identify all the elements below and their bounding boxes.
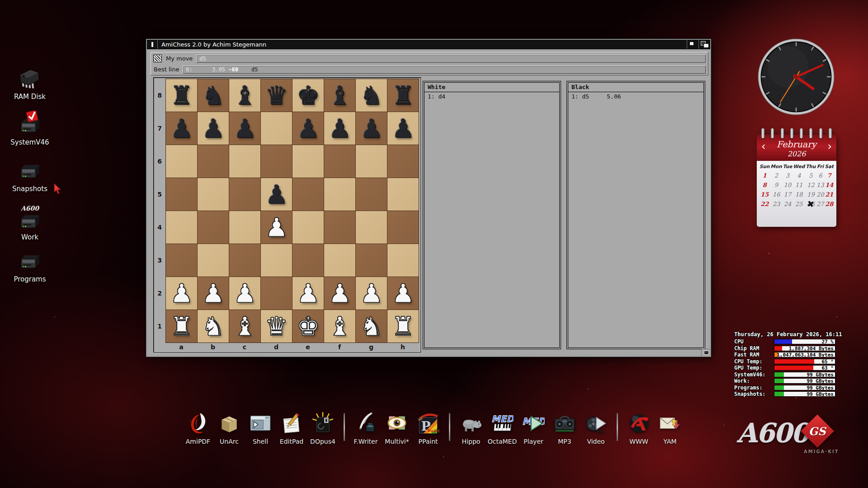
- square-c4[interactable]: [229, 211, 260, 244]
- square-c8[interactable]: ♝: [229, 79, 260, 112]
- square-b5[interactable]: [198, 178, 229, 211]
- square-e8[interactable]: ♚: [292, 79, 324, 112]
- square-a1[interactable]: ♜: [166, 310, 197, 343]
- square-b7[interactable]: ♟: [198, 112, 229, 145]
- square-a4[interactable]: [166, 211, 197, 244]
- dock-item-hippo[interactable]: Hippo: [458, 412, 484, 445]
- dock-item-editpad[interactable]: EditPad: [278, 412, 305, 445]
- square-f6[interactable]: [324, 145, 355, 178]
- my-move-field[interactable]: d5: [196, 55, 706, 63]
- monitor-bar: 65 °: [774, 359, 835, 364]
- square-h7[interactable]: ♟: [387, 112, 419, 145]
- dock-item-ppaint[interactable]: PPaintPPaint: [415, 412, 441, 445]
- desktop-icon-programs[interactable]: Programs: [14, 252, 46, 283]
- dock-item-octamed[interactable]: MEDOctaMED: [489, 412, 515, 445]
- dock-item-multivi[interactable]: Multivi*: [384, 412, 410, 445]
- square-f1[interactable]: ♝: [324, 310, 355, 343]
- square-b1[interactable]: ♞: [198, 310, 229, 343]
- dock-item-shell[interactable]: Shell: [247, 412, 274, 445]
- square-b4[interactable]: [198, 211, 229, 244]
- monitor-bar: 99 GBytes: [774, 372, 835, 377]
- calendar-prev-button[interactable]: ‹: [761, 141, 766, 152]
- square-b6[interactable]: [198, 145, 229, 178]
- square-g5[interactable]: [356, 178, 387, 211]
- square-a3[interactable]: [166, 244, 197, 277]
- square-g7[interactable]: ♟: [356, 112, 387, 145]
- square-c6[interactable]: [229, 145, 260, 178]
- dock-item-dopus4[interactable]: DOpus4: [310, 412, 336, 445]
- window-zoom-gadget[interactable]: [687, 40, 698, 49]
- dock-item-fwriter[interactable]: F.Writer: [353, 412, 379, 445]
- calendar-next-button[interactable]: ›: [827, 141, 832, 152]
- square-c5[interactable]: [229, 178, 260, 211]
- square-a8[interactable]: ♜: [166, 79, 197, 112]
- square-g1[interactable]: ♞: [356, 310, 387, 343]
- square-d2[interactable]: [261, 277, 292, 310]
- square-f8[interactable]: ♝: [324, 79, 355, 112]
- square-h3[interactable]: [387, 244, 419, 277]
- dock-item-yam[interactable]: YAM: [657, 412, 683, 445]
- dock-item-unarc[interactable]: UnArc: [216, 412, 242, 445]
- square-a2[interactable]: ♟: [166, 277, 197, 310]
- square-c1[interactable]: ♝: [229, 310, 260, 343]
- window-depth-gadget[interactable]: [698, 40, 710, 49]
- square-e1[interactable]: ♚: [292, 310, 324, 343]
- square-b3[interactable]: [198, 244, 229, 277]
- square-c7[interactable]: ♟: [229, 112, 260, 145]
- square-h6[interactable]: [387, 145, 419, 178]
- square-g3[interactable]: [356, 244, 387, 277]
- move-list-item[interactable]: 1: d5 5.06: [568, 93, 703, 100]
- square-e4[interactable]: [292, 211, 324, 244]
- best-line-part: 6:: [186, 66, 192, 73]
- dock-item-amipdf[interactable]: AmiPDF: [185, 412, 211, 445]
- dock-item-player[interactable]: MEDPlayer: [520, 412, 547, 445]
- square-d1[interactable]: ♛: [261, 310, 292, 343]
- desktop-icon-work[interactable]: A600Work: [18, 205, 42, 241]
- square-b8[interactable]: ♞: [198, 79, 229, 112]
- square-g2[interactable]: ♟: [356, 277, 387, 310]
- dock-item-mp3[interactable]: MP3: [552, 412, 578, 445]
- square-a7[interactable]: ♟: [166, 112, 197, 145]
- square-a5[interactable]: [166, 178, 197, 211]
- square-e2[interactable]: ♟: [292, 277, 324, 310]
- square-h5[interactable]: [387, 178, 419, 211]
- square-h4[interactable]: [387, 211, 419, 244]
- square-d4[interactable]: ♟: [261, 211, 292, 244]
- dock-item-www[interactable]: WWW: [626, 412, 652, 445]
- square-g4[interactable]: [356, 211, 387, 244]
- square-d6[interactable]: [261, 145, 292, 178]
- best-line-field[interactable]: 6: 3.05 -60 d5: [183, 66, 706, 74]
- monitor-bar-fill: [774, 366, 813, 370]
- square-d3[interactable]: [261, 244, 292, 277]
- square-h8[interactable]: ♜: [387, 79, 419, 112]
- square-e3[interactable]: [292, 244, 324, 277]
- square-e7[interactable]: ♟: [292, 112, 324, 145]
- dock-item-video[interactable]: Video: [583, 412, 609, 445]
- square-f2[interactable]: ♟: [324, 277, 355, 310]
- desktop-icon-ram-disk[interactable]: RAM Disk: [14, 68, 46, 101]
- square-b2[interactable]: ♟: [198, 277, 229, 310]
- window-resize-gadget[interactable]: [701, 349, 710, 356]
- square-d8[interactable]: ♛: [261, 79, 292, 112]
- square-e5[interactable]: [292, 178, 324, 211]
- square-a6[interactable]: [166, 145, 197, 178]
- square-h2[interactable]: ♟: [387, 277, 419, 310]
- window-titlebar[interactable]: AmiChess 2.0 by Achim Stegemann: [147, 40, 710, 49]
- square-d7[interactable]: [261, 112, 292, 145]
- square-g6[interactable]: [356, 145, 387, 178]
- square-f7[interactable]: ♟: [324, 112, 355, 145]
- square-d5[interactable]: ♟: [261, 178, 292, 211]
- calendar-year: 2026: [760, 150, 834, 158]
- square-c2[interactable]: ♟: [229, 277, 260, 310]
- square-h1[interactable]: ♜: [387, 310, 419, 343]
- square-c3[interactable]: [229, 244, 260, 277]
- square-g8[interactable]: ♞: [356, 79, 387, 112]
- window-close-gadget[interactable]: [147, 40, 158, 49]
- desktop-icon-snapshots[interactable]: Snapshots: [12, 162, 47, 193]
- square-e6[interactable]: [292, 145, 324, 178]
- square-f5[interactable]: [324, 178, 355, 211]
- desktop-icon-systemv46[interactable]: SystemV46: [10, 111, 49, 146]
- move-list-item[interactable]: 1: d4: [425, 93, 559, 100]
- square-f4[interactable]: [324, 211, 355, 244]
- square-f3[interactable]: [324, 244, 355, 277]
